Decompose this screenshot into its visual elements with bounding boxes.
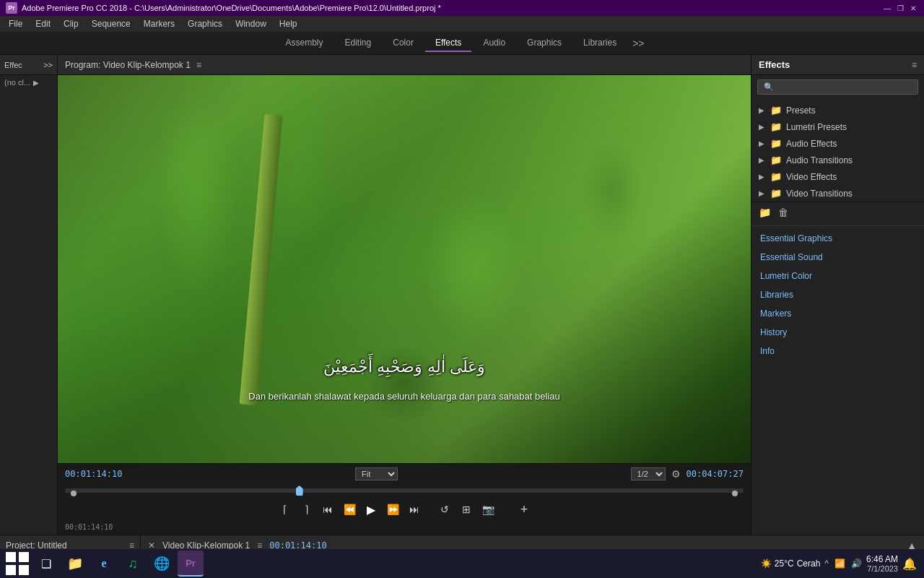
close-button[interactable]: ✕ <box>908 3 918 13</box>
weather-label: Cerah <box>797 558 821 569</box>
tree-item-audio-effects[interactable]: ▶ 📁 Audio Effects <box>751 135 924 152</box>
effects-panel-header: Effects ≡ <box>751 55 924 75</box>
step-back-button[interactable]: ⏪ <box>341 501 357 517</box>
taskbar: ❑ 📁 e ♫ 🌐 Pr ☀️ 25°C Cerah ^ 📶 🔊 6:46 <box>0 549 924 578</box>
taskbar-left: ❑ 📁 e ♫ 🌐 Pr <box>0 551 208 577</box>
left-panel-expand-button[interactable]: >> <box>43 61 53 69</box>
task-view-button[interactable]: ❑ <box>33 551 59 577</box>
tray-expand-icon[interactable]: ^ <box>824 558 829 569</box>
menu-sequence[interactable]: Sequence <box>86 17 136 30</box>
go-to-out-button[interactable]: ⏭ <box>406 501 422 517</box>
video-effects-expand-icon: ▶ <box>759 173 766 181</box>
tree-item-presets[interactable]: ▶ 📁 Presets <box>751 102 924 118</box>
menu-graphics[interactable]: Graphics <box>182 17 228 30</box>
menu-markers[interactable]: Markers <box>138 17 180 30</box>
scrubber-bar[interactable] <box>58 484 751 499</box>
chrome-icon: 🌐 <box>154 556 170 571</box>
scrubber-track[interactable] <box>65 488 744 493</box>
audio-effects-folder-icon: 📁 <box>770 138 782 149</box>
video-transitions-expand-icon: ▶ <box>759 189 766 197</box>
video-frame: وَعَلَى اٰلِهِ وَصَحْبِهِ أَجْمَعِيْنَ D… <box>58 75 751 463</box>
effects-search-input[interactable] <box>777 83 912 92</box>
program-monitor-header: Program: Video Klip-Kelompok 1 ≡ <box>58 55 751 75</box>
lumetri-color-button[interactable]: Lumetri Color <box>751 267 924 285</box>
mark-out-button[interactable]: ⌉ <box>298 501 314 517</box>
tree-item-lumetri-presets[interactable]: ▶ 📁 Lumetri Presets <box>751 118 924 135</box>
tab-assembly[interactable]: Assembly <box>276 35 334 52</box>
task-view-icon: ❑ <box>41 557 51 571</box>
tab-audio[interactable]: Audio <box>473 35 515 52</box>
time-display: 00:01:14:10 <box>58 520 751 535</box>
menu-window[interactable]: Window <box>230 17 272 30</box>
program-monitor-title: Program: Video Klip-Kelompok 1 <box>65 60 191 70</box>
maximize-button[interactable]: ❐ <box>895 3 905 13</box>
chrome-button[interactable]: 🌐 <box>149 551 175 577</box>
volume-icon[interactable]: 🔊 <box>851 558 862 569</box>
subtitle-latin: Dan berikanlah shalawat kepada seluruh k… <box>248 391 559 402</box>
premiere-pro-button[interactable]: Pr <box>178 551 204 577</box>
settings-icon[interactable]: ⚙ <box>671 468 681 480</box>
history-button[interactable]: History <box>751 323 924 342</box>
notification-icon[interactable]: 🔔 <box>902 557 917 571</box>
libraries-button[interactable]: Libraries <box>751 285 924 304</box>
tab-editing[interactable]: Editing <box>335 35 382 52</box>
tab-libraries[interactable]: Libraries <box>573 35 627 52</box>
spotify-button[interactable]: ♫ <box>120 551 146 577</box>
edge-icon: e <box>101 557 106 570</box>
effects-panel-menu-icon[interactable]: ≡ <box>912 60 917 70</box>
effects-panel-title: Effects <box>759 59 790 70</box>
search-icon: 🔍 <box>764 82 774 92</box>
menu-clip[interactable]: Clip <box>58 17 84 30</box>
export-frame-button[interactable]: 📷 <box>480 501 496 517</box>
title-left: Pr Adobe Premiere Pro CC 2018 - C:\Users… <box>6 2 441 14</box>
effects-tree-footer: 📁 🗑 <box>751 202 924 223</box>
tab-effects[interactable]: Effects <box>425 35 471 52</box>
scrubber-start-handle[interactable] <box>71 491 77 496</box>
effects-tree: ▶ 📁 Presets ▶ 📁 Lumetri Presets ▶ 📁 Audi… <box>751 99 924 535</box>
menu-file[interactable]: File <box>3 17 28 30</box>
audio-transitions-folder-icon: 📁 <box>770 155 782 165</box>
presets-label: Presets <box>786 105 816 116</box>
time-small-display: 00:01:14:10 <box>65 523 113 531</box>
mark-in-button[interactable]: ⌈ <box>276 501 292 517</box>
network-icon: 📶 <box>834 558 845 569</box>
ratio-select[interactable]: 1/2Full <box>631 467 666 480</box>
tab-color[interactable]: Color <box>383 35 424 52</box>
window-controls[interactable]: — ❐ ✕ <box>882 3 918 13</box>
video-controls: 00:01:14:10 Fit25%50%75%100% 1/2Full ⚙ 0… <box>58 463 751 535</box>
essential-sound-button[interactable]: Essential Sound <box>751 248 924 267</box>
file-explorer-button[interactable]: 📁 <box>62 551 88 577</box>
markers-button[interactable]: Markers <box>751 304 924 323</box>
scrubber-playhead[interactable] <box>296 486 303 496</box>
start-button[interactable] <box>4 551 30 577</box>
menu-edit[interactable]: Edit <box>30 17 56 30</box>
edge-button[interactable]: e <box>91 551 117 577</box>
loop-button[interactable]: ↺ <box>437 501 453 517</box>
program-monitor-menu-icon[interactable]: ≡ <box>196 60 201 70</box>
clip-item[interactable]: (no cl... ▶ <box>0 75 57 90</box>
minimize-button[interactable]: — <box>882 3 892 13</box>
essential-graphics-button[interactable]: Essential Graphics <box>751 229 924 248</box>
workspace-more-button[interactable]: >> <box>628 35 648 52</box>
video-effects-label: Video Effects <box>786 172 837 182</box>
new-folder-button[interactable]: 📁 <box>757 205 772 220</box>
clip-expand-icon[interactable]: ▶ <box>33 79 39 87</box>
add-button[interactable]: + <box>516 501 532 517</box>
tree-item-audio-transitions[interactable]: ▶ 📁 Audio Transitions <box>751 152 924 168</box>
delete-button[interactable]: 🗑 <box>777 205 790 220</box>
fit-select[interactable]: Fit25%50%75%100% <box>355 467 398 480</box>
safe-margins-button[interactable]: ⊞ <box>458 501 474 517</box>
menu-help[interactable]: Help <box>274 17 303 30</box>
tree-item-video-transitions[interactable]: ▶ 📁 Video Transitions <box>751 185 924 202</box>
tab-graphics[interactable]: Graphics <box>517 35 572 52</box>
tree-item-video-effects[interactable]: ▶ 📁 Video Effects <box>751 168 924 185</box>
step-forward-button[interactable]: ⏩ <box>385 501 401 517</box>
scrubber-end-handle[interactable] <box>732 491 738 496</box>
play-pause-button[interactable]: ▶ <box>363 501 379 517</box>
lumetri-presets-expand-icon: ▶ <box>759 123 766 131</box>
total-timecode: 00:04:07:27 <box>687 469 744 479</box>
go-to-in-button[interactable]: ⏮ <box>320 501 336 517</box>
info-button[interactable]: Info <box>751 342 924 361</box>
premiere-pro-icon: Pr <box>186 558 196 569</box>
effects-search-bar[interactable]: 🔍 <box>757 79 918 95</box>
